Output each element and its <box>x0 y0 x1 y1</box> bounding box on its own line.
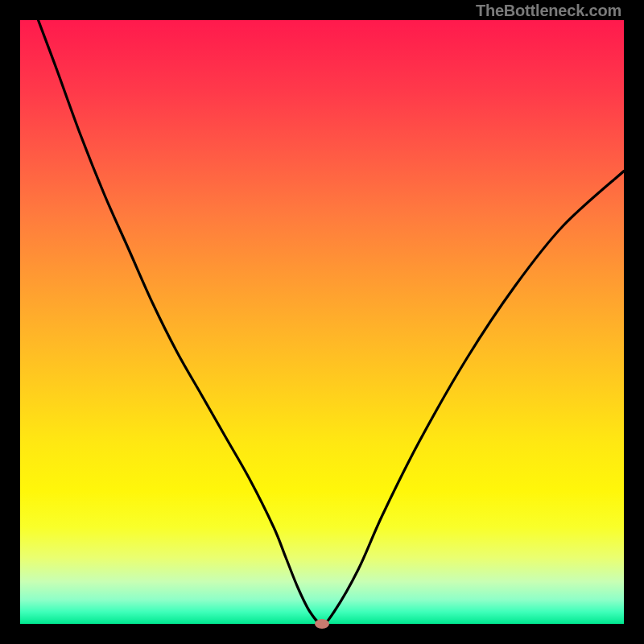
plot-area <box>20 20 624 624</box>
watermark-text: TheBottleneck.com <box>476 2 621 20</box>
optimal-marker <box>315 619 329 629</box>
chart-frame: TheBottleneck.com <box>0 0 644 644</box>
bottleneck-curve <box>20 20 624 624</box>
